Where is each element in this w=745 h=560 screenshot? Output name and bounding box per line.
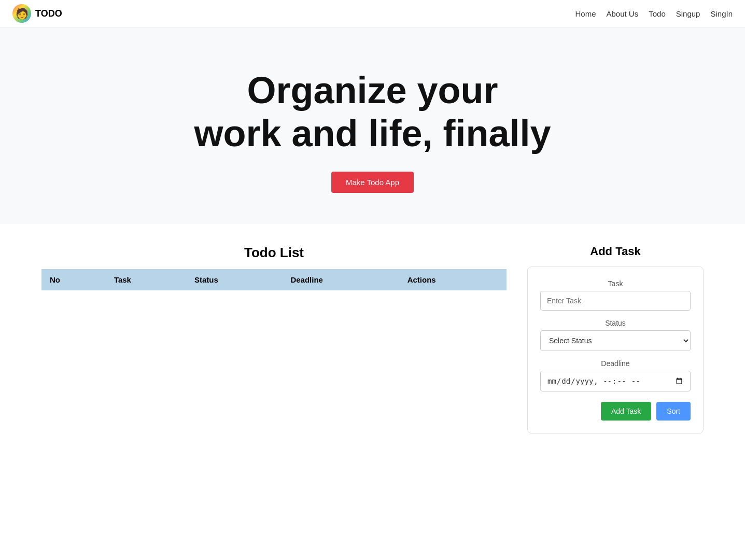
main-content: Todo List No Task Status Deadline Action… xyxy=(0,224,745,454)
nav-signup[interactable]: Singup xyxy=(676,9,700,18)
nav-signin[interactable]: SingIn xyxy=(710,9,733,18)
form-actions: Add Task Sort xyxy=(540,402,691,421)
nav-home[interactable]: Home xyxy=(575,9,596,18)
task-label: Task xyxy=(540,279,691,288)
status-label: Status xyxy=(540,319,691,327)
col-task: Task xyxy=(106,269,186,290)
add-task-card: Task Status Select Status Pending In Pro… xyxy=(527,267,704,433)
hero-section: Organize your work and life, finally Mak… xyxy=(0,27,745,224)
task-input[interactable] xyxy=(540,291,691,311)
add-task-section: Add Task Task Status Select Status Pendi… xyxy=(527,245,704,433)
brand[interactable]: 🧑 TODO xyxy=(12,4,62,23)
deadline-input[interactable] xyxy=(540,371,691,391)
nav-about[interactable]: About Us xyxy=(607,9,639,18)
add-task-button[interactable]: Add Task xyxy=(601,402,651,421)
col-no: No xyxy=(41,269,106,290)
col-actions: Actions xyxy=(399,269,507,290)
hero-heading: Organize your work and life, finally xyxy=(10,69,735,155)
col-status: Status xyxy=(186,269,282,290)
brand-title: TODO xyxy=(35,8,62,19)
col-deadline: Deadline xyxy=(282,269,399,290)
deadline-label: Deadline xyxy=(540,359,691,368)
navbar: 🧑 TODO Home About Us Todo Singup SingIn xyxy=(0,0,745,27)
add-task-title: Add Task xyxy=(527,245,704,258)
todo-list-title: Todo List xyxy=(41,245,507,261)
navbar-links: Home About Us Todo Singup SingIn xyxy=(575,9,733,18)
deadline-group: Deadline xyxy=(540,359,691,391)
nav-todo[interactable]: Todo xyxy=(649,9,666,18)
sort-button[interactable]: Sort xyxy=(656,402,691,421)
table-header-row: No Task Status Deadline Actions xyxy=(41,269,507,290)
todo-table: No Task Status Deadline Actions xyxy=(41,269,507,290)
avatar: 🧑 xyxy=(12,4,31,23)
todo-section: Todo List No Task Status Deadline Action… xyxy=(41,245,507,290)
task-group: Task xyxy=(540,279,691,311)
status-group: Status Select Status Pending In Progress… xyxy=(540,319,691,351)
status-select[interactable]: Select Status Pending In Progress Comple… xyxy=(540,330,691,351)
make-todo-button[interactable]: Make Todo App xyxy=(331,172,414,193)
